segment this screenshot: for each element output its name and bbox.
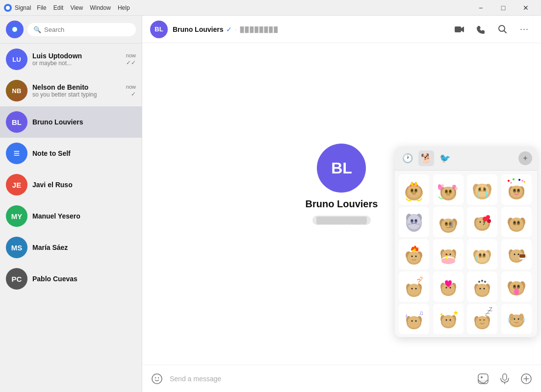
voice-call-button[interactable]: [472, 21, 490, 38]
sticker-add-button[interactable]: +: [518, 151, 532, 165]
search-chat-button[interactable]: [494, 21, 512, 38]
close-button[interactable]: ✕: [515, 0, 537, 16]
svg-point-94: [412, 256, 413, 257]
svg-point-136: [449, 287, 451, 289]
svg-point-14: [412, 193, 416, 195]
svg-point-104: [441, 258, 455, 263]
add-attachment-button[interactable]: [517, 370, 535, 388]
sticker-picker-button[interactable]: [474, 370, 492, 388]
sticker-item-13[interactable]: ? ?: [399, 271, 429, 302]
sticker-fire-dog: [401, 242, 427, 267]
svg-point-15: [410, 185, 412, 187]
sticker-sneaky-dog: [436, 209, 461, 235]
sticker-item-12[interactable]: [501, 239, 532, 270]
sticker-item-6[interactable]: [433, 207, 464, 237]
svg-point-154: [514, 288, 519, 295]
contact-item-note-to-self[interactable]: ≡ Note to Self: [0, 138, 142, 169]
menu-view[interactable]: View: [67, 3, 86, 12]
menu-edit[interactable]: Edit: [51, 3, 67, 12]
contact-item-pablo[interactable]: PC Pablo Cuevas: [0, 263, 142, 294]
sticker-item-8[interactable]: [501, 207, 532, 237]
sticker-item-3[interactable]: [467, 174, 497, 205]
contact-avatar-manuel: MY: [6, 205, 27, 227]
sticker-item-5[interactable]: [399, 207, 429, 237]
more-options-button[interactable]: ···: [515, 21, 533, 38]
phone-number-masked: ██████████: [316, 217, 366, 224]
svg-point-128: [415, 288, 417, 290]
contact-avatar-javi: JE: [6, 174, 27, 196]
sticker-icon: [478, 373, 489, 384]
phone-icon: [477, 25, 486, 34]
contact-time-nelson: now: [126, 84, 136, 90]
svg-text:?: ?: [420, 276, 423, 282]
svg-rect-122: [519, 254, 525, 258]
sticker-item-10[interactable]: [433, 239, 464, 270]
video-call-button[interactable]: [451, 21, 468, 38]
contact-item-bruno[interactable]: BL Bruno Louviers: [0, 106, 142, 138]
svg-point-52: [518, 179, 520, 181]
contact-name-pablo: Pablo Cuevas: [32, 275, 136, 283]
svg-rect-193: [503, 374, 507, 380]
svg-point-49: [517, 190, 519, 191]
emoji-button[interactable]: [148, 370, 166, 388]
app-body: 🔍 LU Luis Uptodown or maybe not... now ✓…: [0, 16, 541, 392]
contact-item-manuel[interactable]: MY Manuel Yesero: [0, 200, 142, 232]
contact-item-luis-uptodown[interactable]: LU Luis Uptodown or maybe not... now ✓✓: [0, 44, 142, 75]
contact-ticks-luis: ✓✓: [126, 59, 136, 66]
contact-avatar-maria: MS: [6, 237, 27, 258]
message-input[interactable]: [170, 375, 470, 383]
sticker-item-4[interactable]: [501, 174, 532, 205]
sticker-tab-pack1[interactable]: 🐕: [418, 150, 434, 166]
sticker-item-7[interactable]: [467, 207, 497, 237]
search-input-wrap[interactable]: 🔍: [27, 23, 136, 36]
sticker-item-19[interactable]: z z z: [467, 304, 497, 334]
contact-item-maria[interactable]: MS María Sáez: [0, 232, 142, 263]
svg-point-41: [483, 187, 485, 188]
sticker-item-2[interactable]: [433, 174, 464, 205]
emoji-icon: [152, 373, 162, 384]
sticker-item-9[interactable]: [399, 239, 429, 270]
contact-preview-luis: or maybe not...: [32, 60, 121, 67]
minimize-button[interactable]: −: [469, 0, 492, 16]
svg-point-1: [6, 6, 10, 10]
maximize-button[interactable]: □: [492, 0, 515, 16]
sticker-tab-recent[interactable]: 🕐: [400, 150, 415, 166]
sticker-item-16[interactable]: [501, 271, 532, 302]
contact-item-nelson[interactable]: NB Nelson de Benito so you better start …: [0, 75, 142, 106]
sticker-item-18[interactable]: ★ ✦: [433, 304, 464, 334]
sticker-item-15[interactable]: [467, 271, 497, 302]
svg-point-114: [484, 254, 485, 256]
voice-message-button[interactable]: [496, 370, 514, 388]
contact-item-javi[interactable]: JE Javi el Ruso: [0, 169, 142, 200]
svg-point-51: [513, 178, 515, 180]
svg-point-40: [479, 187, 481, 188]
sticker-item-17[interactable]: ♪ ♫: [399, 304, 429, 334]
menu-file[interactable]: File: [34, 3, 49, 12]
self-avatar[interactable]: [6, 21, 24, 38]
sticker-item-20[interactable]: [501, 304, 532, 334]
contact-info-javi: Javi el Ruso: [32, 181, 136, 189]
sticker-crown-dog: [401, 177, 427, 202]
svg-point-24: [445, 191, 447, 192]
svg-point-59: [407, 215, 421, 229]
sticker-item-14[interactable]: [433, 271, 464, 302]
sticker-item-1[interactable]: [399, 174, 429, 205]
svg-point-31: [455, 187, 458, 190]
sticker-item-11[interactable]: [467, 239, 497, 270]
svg-point-48: [514, 190, 515, 191]
chat-header-info: Bruno Louviers ✓ · ████████: [173, 25, 279, 33]
menu-bar: File Edit View Window Help: [34, 3, 132, 12]
sticker-party-dog: [504, 177, 529, 202]
sticker-heart-dog: [436, 274, 461, 299]
chat-header: BL Bruno Louviers ✓ · ████████: [142, 16, 541, 43]
contact-info-note: Note to Self: [32, 149, 136, 157]
svg-point-186: [514, 318, 515, 320]
menu-window[interactable]: Window: [87, 3, 114, 12]
svg-point-39: [484, 189, 486, 190]
signal-logo-icon: [10, 24, 20, 34]
contact-meta-nelson: now ✓: [126, 84, 136, 98]
search-input[interactable]: [44, 26, 130, 33]
menu-help[interactable]: Help: [115, 3, 133, 12]
svg-point-160: [415, 320, 417, 322]
sticker-tab-pack2[interactable]: 🐦: [437, 150, 453, 166]
